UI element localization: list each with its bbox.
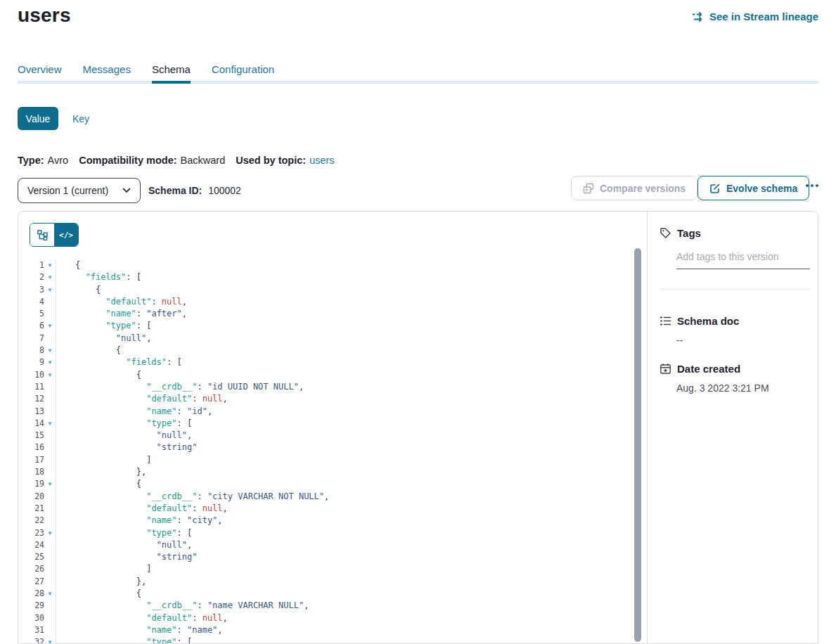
line-number: 14	[18, 418, 44, 430]
line-number: 24	[18, 539, 44, 551]
code-line: 27 },	[18, 576, 630, 588]
fold-toggle-icon[interactable]: ▼	[44, 320, 56, 332]
code-line: 21 "default": null,	[18, 503, 630, 515]
code-text: "default": null,	[56, 503, 630, 515]
line-number: 31	[18, 624, 44, 636]
code-line: 5 "name": "after",	[18, 308, 630, 320]
fold-toggle-icon[interactable]: ▼	[44, 271, 56, 283]
code-text: "name": "city",	[56, 515, 630, 527]
line-number: 32	[18, 636, 44, 644]
fold-spacer	[44, 539, 56, 551]
editor-scrollbar[interactable]	[634, 248, 641, 642]
tags-title: Tags	[677, 227, 701, 239]
schema-meta: Type: Avro Compatibility mode: Backward …	[18, 155, 345, 166]
code-line: 10▼ {	[18, 369, 630, 381]
fold-toggle-icon[interactable]: ▼	[44, 356, 56, 368]
code-line: 18 },	[18, 466, 630, 478]
more-options-button[interactable]	[806, 184, 818, 187]
line-number: 9	[18, 356, 44, 368]
tag-icon	[660, 227, 671, 239]
tree-view-button[interactable]	[30, 224, 54, 246]
line-number: 12	[18, 393, 44, 405]
code-text: },	[56, 466, 630, 478]
fold-toggle-icon[interactable]: ▼	[44, 259, 56, 271]
fold-toggle-icon[interactable]: ▼	[44, 344, 56, 356]
stream-lineage-link[interactable]: See in Stream lineage	[692, 11, 818, 22]
code-text: "default": null,	[56, 393, 630, 405]
schema-doc-header: Schema doc	[660, 315, 739, 327]
schema-id: Schema ID: 100002	[148, 185, 241, 196]
code-text: "__crdb__": "id UUID NOT NULL",	[56, 381, 630, 393]
editor-view-toggle: </>	[30, 223, 79, 247]
add-tags-input[interactable]	[676, 248, 810, 269]
calendar-plus-icon	[660, 363, 671, 375]
tab-underline-track	[18, 81, 818, 84]
code-text: "default": null,	[56, 296, 630, 308]
code-text: },	[56, 576, 630, 588]
schema-id-value: 100002	[208, 185, 241, 196]
line-number: 26	[18, 563, 44, 575]
code-text: {	[56, 478, 630, 490]
schema-doc-value: --	[676, 335, 683, 346]
fold-toggle-icon[interactable]: ▼	[44, 636, 56, 644]
tab-schema[interactable]: Schema	[152, 63, 191, 81]
tab-messages[interactable]: Messages	[83, 63, 131, 81]
compare-versions-button[interactable]: Compare versions	[571, 176, 697, 200]
fold-toggle-icon[interactable]: ▼	[44, 588, 56, 600]
fold-spacer	[44, 296, 56, 308]
page-title: users	[18, 4, 71, 27]
code-text: "type": [	[56, 527, 630, 539]
tree-view-icon	[37, 230, 48, 240]
code-text: ]	[56, 563, 630, 575]
line-number: 2	[18, 271, 44, 283]
code-line: 6▼ "type": [	[18, 320, 630, 332]
code-view-icon: </>	[59, 231, 73, 240]
compare-versions-label: Compare versions	[600, 183, 686, 194]
value-toggle-button[interactable]: Value	[18, 107, 58, 130]
code-view-button[interactable]: </>	[54, 224, 78, 246]
line-number: 18	[18, 466, 44, 478]
tab-overview[interactable]: Overview	[18, 63, 62, 81]
fold-toggle-icon[interactable]: ▼	[44, 418, 56, 430]
fold-spacer	[44, 551, 56, 563]
code-text: "name": "id",	[56, 406, 630, 418]
fold-toggle-icon[interactable]: ▼	[44, 369, 56, 381]
fold-spacer	[44, 624, 56, 636]
used-by-topic-label: Used by topic:	[236, 155, 306, 166]
line-number: 11	[18, 381, 44, 393]
version-select-value: Version 1 (current)	[27, 185, 122, 196]
type-label: Type:	[18, 155, 44, 166]
code-line: 11 "__crdb__": "id UUID NOT NULL",	[18, 381, 630, 393]
key-toggle-button[interactable]: Key	[72, 113, 89, 124]
fold-spacer	[44, 333, 56, 344]
compatibility-label: Compatibility mode:	[79, 155, 176, 166]
evolve-schema-button[interactable]: Evolve schema	[697, 176, 809, 200]
date-created-header: Date created	[660, 363, 740, 375]
tab-bar: Overview Messages Schema Configuration	[18, 63, 274, 81]
schema-editor: </> 1▼{2▼ "fields": [3▼ {4 "default": nu…	[18, 212, 648, 643]
fold-spacer	[44, 430, 56, 442]
line-number: 19	[18, 478, 44, 490]
topic-link[interactable]: users	[309, 155, 334, 166]
code-text: {	[56, 588, 630, 600]
line-number: 27	[18, 576, 44, 588]
schema-sidebar: Tags Schema doc -- Date created	[648, 212, 818, 643]
code-line: 8▼ {	[18, 344, 630, 356]
line-number: 5	[18, 308, 44, 320]
line-number: 23	[18, 527, 44, 539]
line-number: 15	[18, 430, 44, 442]
stream-lineage-icon	[692, 11, 705, 22]
code-text: "string"	[56, 442, 630, 453]
fold-spacer	[44, 503, 56, 515]
date-created-title: Date created	[677, 363, 740, 375]
tab-configuration[interactable]: Configuration	[212, 63, 274, 81]
version-select[interactable]: Version 1 (current)	[18, 178, 141, 203]
fold-toggle-icon[interactable]: ▼	[44, 527, 56, 539]
line-number: 13	[18, 406, 44, 418]
fold-spacer	[44, 308, 56, 320]
schema-doc-title: Schema doc	[677, 315, 739, 327]
code-line: 13 "name": "id",	[18, 406, 630, 418]
fold-toggle-icon[interactable]: ▼	[44, 284, 56, 296]
fold-toggle-icon[interactable]: ▼	[44, 478, 56, 490]
code-text: {	[56, 369, 630, 381]
